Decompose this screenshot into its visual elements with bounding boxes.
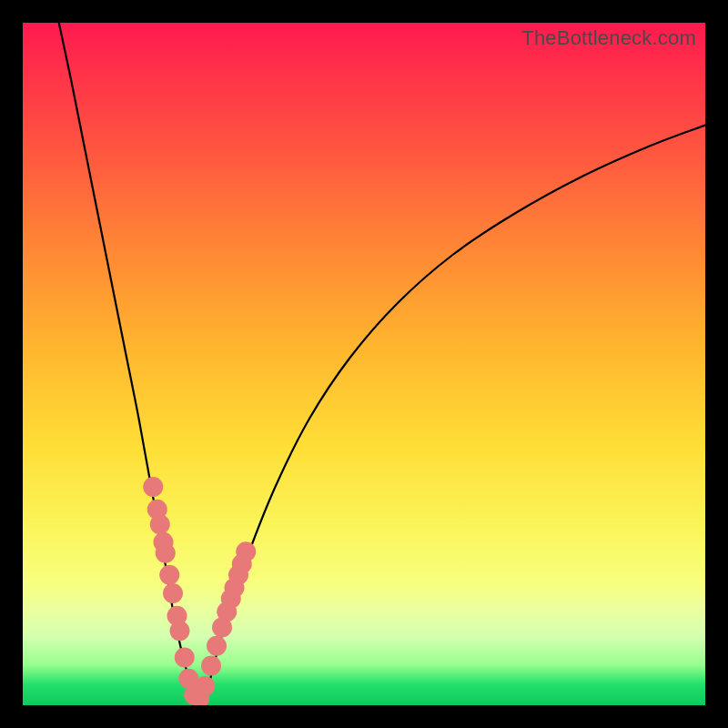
plot-area: TheBottleneck.com <box>23 23 705 705</box>
data-point <box>195 676 215 696</box>
watermark-label: TheBottleneck.com <box>521 26 696 50</box>
data-point <box>159 565 179 585</box>
data-point <box>156 543 176 563</box>
data-point <box>201 656 221 676</box>
data-point <box>163 583 183 603</box>
data-point <box>207 636 227 656</box>
bottleneck-curve <box>59 23 705 702</box>
data-point <box>170 621 190 641</box>
data-point <box>236 541 256 561</box>
data-point <box>143 477 163 497</box>
data-point <box>150 514 170 534</box>
data-point <box>175 648 195 668</box>
data-points-group <box>143 477 256 705</box>
chart-svg <box>23 23 705 705</box>
